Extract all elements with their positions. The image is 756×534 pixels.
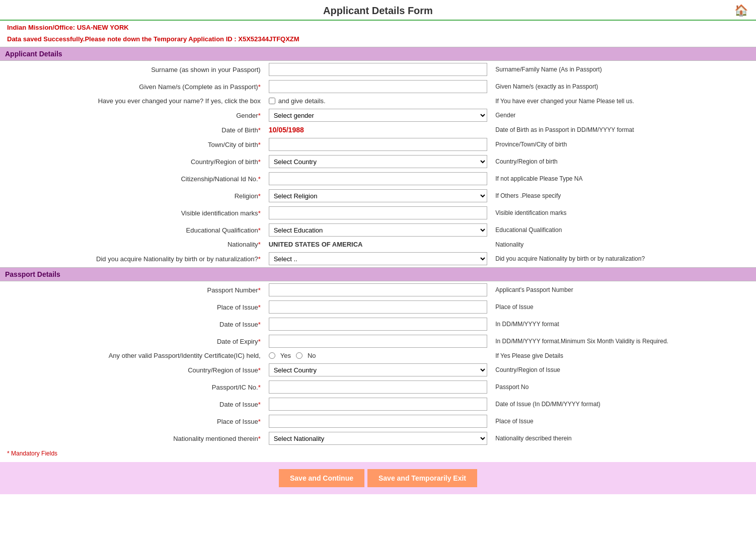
education-select[interactable]: Select Education Below Matriculation Mat… (269, 223, 488, 237)
nat-therein-hint: Nationality described therein (491, 430, 756, 447)
mission-line: Indian Mission/Office: USA-NEW YORK (0, 21, 756, 33)
nat-acquire-hint: Did you acquire Nationality by birth or … (491, 250, 756, 267)
footer-buttons: Save and Continue Save and Temporarily E… (0, 462, 756, 494)
country-birth-select[interactable]: Select Country United States of America … (269, 155, 488, 168)
applicant-form-table: Surname (as shown in your Passport) Surn… (0, 61, 756, 267)
table-row: Gender* Select gender Male Female Transg… (0, 107, 756, 124)
mandatory-text: Mandatory Fields (11, 450, 57, 457)
home-icon[interactable]: 🏠 (734, 4, 748, 17)
surname-input-cell (265, 61, 492, 78)
passport-place-issue-input-cell (265, 413, 492, 430)
dob-hint: Date of Birth as in Passport in DD/MM/YY… (491, 124, 756, 136)
visible-marks-input[interactable] (269, 206, 488, 219)
country-birth-label: Country/Region of birth* (0, 153, 265, 170)
table-row: Have you ever changed your name? If yes,… (0, 95, 756, 107)
place-issue-input-cell (265, 298, 492, 316)
nationality-hint: Nationality (491, 239, 756, 250)
table-row: Date of Expiry* In DD/MM/YYYY format.Min… (0, 333, 756, 350)
citizenship-input-cell (265, 170, 492, 187)
table-row: Passport Number* Applicant's Passport Nu… (0, 281, 756, 298)
passport-place-issue-input[interactable] (269, 415, 488, 428)
table-row: Town/City of birth* Province/Town/City o… (0, 136, 756, 153)
name-changed-checkbox[interactable] (269, 98, 275, 104)
town-input-cell (265, 136, 492, 153)
save-continue-button[interactable]: Save and Continue (279, 469, 364, 487)
nat-therein-select-cell: Select Nationality American Indian Briti… (265, 430, 492, 447)
mission-label: Indian Mission/Office: (7, 24, 75, 31)
nationality-value-cell: UNITED STATES OF AMERICA (265, 239, 492, 250)
religion-select[interactable]: Select Religion Hinduism Islam Christian… (269, 189, 488, 202)
other-passport-yes-label: Yes (280, 352, 291, 359)
date-expiry-input[interactable] (269, 335, 488, 348)
given-names-label: Given Name/s (Complete as in Passport)* (0, 78, 265, 95)
date-issue-hint: In DD/MM/YYYY format (491, 316, 756, 333)
other-passport-yes-radio[interactable] (269, 352, 275, 359)
gender-hint: Gender (491, 107, 756, 124)
religion-select-cell: Select Religion Hinduism Islam Christian… (265, 187, 492, 204)
visible-marks-input-cell (265, 204, 492, 221)
citizenship-input[interactable] (269, 172, 488, 185)
visible-marks-label: Visible identification marks* (0, 204, 265, 221)
table-row: Surname (as shown in your Passport) Surn… (0, 61, 756, 78)
app-id: X5X52344JTFQXZM (238, 35, 299, 43)
gender-select[interactable]: Select gender Male Female Transgender (269, 109, 488, 122)
mission-value: USA-NEW YORK (77, 24, 129, 31)
town-input[interactable] (269, 138, 488, 151)
table-row: Nationality* UNITED STATES OF AMERICA Na… (0, 239, 756, 250)
given-names-input[interactable] (269, 80, 488, 93)
success-text: Data saved Successfully.Please note down… (7, 35, 237, 43)
dob-label: Date of Birth* (0, 124, 265, 136)
town-hint: Province/Town/City of birth (491, 136, 756, 153)
nat-acquire-select-cell: Select .. Birth Naturalization (265, 250, 492, 267)
table-row: Religion* Select Religion Hinduism Islam… (0, 187, 756, 204)
passport-ic-input[interactable] (269, 380, 488, 394)
religion-hint: If Others .Please specify (491, 187, 756, 204)
passport-date-issue-input-cell (265, 396, 492, 413)
country-issue-select[interactable]: Select Country United States of America … (269, 363, 488, 376)
passport-form-table: Passport Number* Applicant's Passport Nu… (0, 281, 756, 447)
table-row: Place of Issue* Place of Issue (0, 413, 756, 430)
country-issue-hint: Country/Region of Issue (491, 361, 756, 378)
page-title: Applicant Details Form (323, 5, 433, 16)
date-issue-input[interactable] (269, 318, 488, 331)
place-issue-hint: Place of Issue (491, 298, 756, 316)
passport-ic-hint: Passport No (491, 378, 756, 396)
town-label: Town/City of birth* (0, 136, 265, 153)
education-label: Educational Qualification* (0, 221, 265, 239)
table-row: Date of Issue* In DD/MM/YYYY format (0, 316, 756, 333)
table-row: Did you acquire Nationality by birth or … (0, 250, 756, 267)
table-row: Country/Region of birth* Select Country … (0, 153, 756, 170)
other-passport-no-radio[interactable] (296, 352, 303, 359)
visible-marks-hint: Visible identification marks (491, 204, 756, 221)
country-birth-hint: Country/Region of birth (491, 153, 756, 170)
passport-number-input[interactable] (269, 283, 488, 296)
table-row: Passport/IC No.* Passport No (0, 378, 756, 396)
name-changed-cell: and give details. (265, 95, 492, 107)
passport-date-issue-hint: Date of Issue (In DD/MM/YYYY format) (491, 396, 756, 413)
table-row: Visible identification marks* Visible id… (0, 204, 756, 221)
given-names-hint: Given Name/s (exactly as in Passport) (491, 78, 756, 95)
dob-value: 10/05/1988 (269, 126, 304, 134)
place-issue-input[interactable] (269, 300, 488, 314)
country-issue-select-cell: Select Country United States of America … (265, 361, 492, 378)
passport-ic-input-cell (265, 378, 492, 396)
date-issue-input-cell (265, 316, 492, 333)
passport-ic-label: Passport/IC No.* (0, 378, 265, 396)
surname-input[interactable] (269, 63, 488, 76)
passport-place-issue-hint: Place of Issue (491, 413, 756, 430)
passport-date-issue-input[interactable] (269, 398, 488, 411)
date-expiry-label: Date of Expiry* (0, 333, 265, 350)
date-expiry-hint: In DD/MM/YYYY format.Minimum Six Month V… (491, 333, 756, 350)
gender-select-cell: Select gender Male Female Transgender (265, 107, 492, 124)
nat-acquire-label: Did you acquire Nationality by birth or … (0, 250, 265, 267)
name-changed-label: Have you ever changed your name? If yes,… (0, 95, 265, 107)
table-row: Date of Issue* Date of Issue (In DD/MM/Y… (0, 396, 756, 413)
nationality-value: UNITED STATES OF AMERICA (269, 241, 363, 248)
passport-number-label: Passport Number* (0, 281, 265, 298)
dob-value-cell: 10/05/1988 (265, 124, 492, 136)
save-exit-button[interactable]: Save and Temporarily Exit (367, 469, 477, 487)
nat-therein-select[interactable]: Select Nationality American Indian Briti… (269, 432, 488, 445)
nat-acquire-select[interactable]: Select .. Birth Naturalization (269, 252, 488, 265)
country-issue-label: Country/Region of Issue* (0, 361, 265, 378)
other-passport-radio-cell: Yes No (265, 350, 492, 361)
